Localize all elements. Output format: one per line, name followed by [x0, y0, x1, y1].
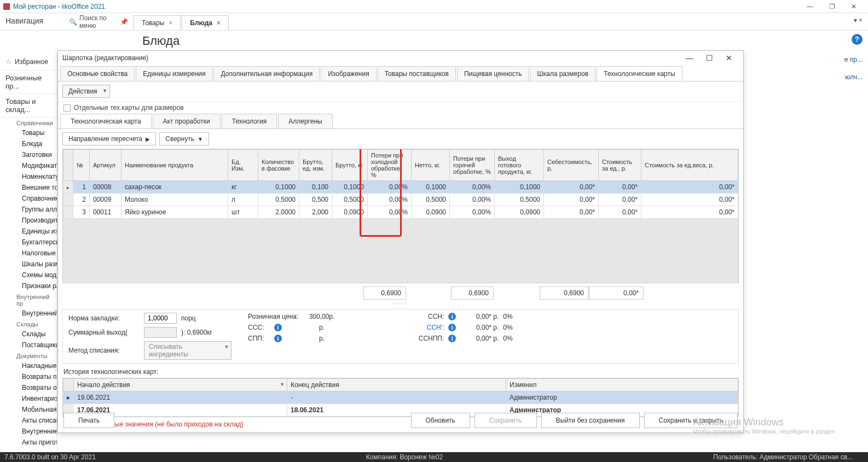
sidebar-item[interactable]: Акты пригот: [0, 437, 57, 448]
sidebar-item[interactable]: Схемы модиф: [0, 270, 57, 280]
ingredients-grid[interactable]: № Артикул Наименование продукта Ед. Изм.…: [62, 149, 739, 283]
save-close-button[interactable]: Сохранить и закрыть: [644, 413, 738, 428]
pin-icon[interactable]: 📌: [120, 18, 128, 26]
sidebar-item[interactable]: Блюда: [0, 138, 57, 149]
info-icon[interactable]: i: [448, 335, 456, 342]
print-button[interactable]: Печать: [63, 413, 114, 428]
col-output[interactable]: Выход готового продукта, кг.: [495, 150, 544, 181]
sidebar-item[interactable]: Накладные: [0, 360, 57, 371]
tab-goods[interactable]: Товары ×: [134, 15, 181, 30]
sidebar-item[interactable]: Инвентариза: [0, 393, 57, 404]
maximize-button[interactable]: ❐: [821, 1, 843, 12]
col-cold-loss[interactable]: Потери при холодной обработке, %: [368, 150, 412, 181]
info-icon[interactable]: i: [448, 324, 456, 331]
dialog-minimize[interactable]: —: [680, 54, 699, 62]
sidebar-section-goods[interactable]: Товары и склад...: [0, 94, 57, 118]
sidebar-item[interactable]: Склады: [0, 329, 57, 340]
collapse-button[interactable]: Свернуть▼: [159, 132, 209, 145]
col-per-unit[interactable]: Стоимость за ед., р.: [599, 150, 641, 181]
tab-menu-dropdown[interactable]: ▾ ×: [848, 13, 868, 30]
recalc-direction-button[interactable]: Направление пересчета▶: [62, 132, 156, 145]
sidebar-item[interactable]: Внутренний п: [0, 308, 57, 319]
info-icon[interactable]: i: [448, 313, 456, 320]
checkbox-icon: [63, 104, 71, 112]
sidebar-item[interactable]: Мобильная и: [0, 404, 57, 415]
exit-no-save-button[interactable]: Выйти без сохранения: [541, 413, 640, 428]
history-grid[interactable]: Начало действия▾ Конец действия Изменил …: [62, 378, 739, 417]
tab-suppliers[interactable]: Товары поставщиков: [378, 66, 456, 81]
table-row[interactable]: 200009Молокол 0,50000,5000,5000 0,00%0,5…: [63, 194, 738, 206]
sidebar-item[interactable]: Внешние тов: [0, 182, 57, 193]
hist-col-end[interactable]: Конец действия: [287, 379, 506, 391]
save-button[interactable]: Сохранить: [474, 413, 537, 428]
close-icon[interactable]: ×: [169, 19, 172, 27]
tab-sizes[interactable]: Шкала размеров: [530, 66, 595, 81]
dialog-maximize[interactable]: ☐: [699, 54, 719, 62]
sidebar-item[interactable]: Признаки рас: [0, 280, 57, 291]
sidebar-item[interactable]: Налоговые к: [0, 248, 57, 259]
info-icon[interactable]: i: [274, 335, 282, 342]
table-row[interactable]: 300011Яйко куриноешт 2,00002,0000,0900 0…: [63, 206, 738, 219]
sidebar-item[interactable]: Справочник в: [0, 193, 57, 204]
tab-nutrition[interactable]: Пищевая ценность: [457, 66, 529, 81]
method-combo[interactable]: Списывать ингредиенты: [144, 341, 232, 360]
col-qty[interactable]: Количество в фасовке: [258, 150, 299, 181]
favorites-button[interactable]: ☆Избранное: [0, 54, 57, 71]
tab-dishes[interactable]: Блюда ×: [182, 15, 229, 30]
sidebar-item[interactable]: Номенклатур: [0, 171, 57, 182]
norm-input[interactable]: [144, 313, 177, 324]
menu-search[interactable]: 🔍 Поиск по меню 📌: [66, 13, 131, 30]
tab-units[interactable]: Единицы измерения: [136, 66, 212, 81]
sidebar-item[interactable]: Группы алле: [0, 204, 57, 215]
col-article[interactable]: Артикул: [90, 150, 121, 181]
table-row[interactable]: ▸ 100008сахар-песоккг 0,10000,1000,1000 …: [63, 181, 738, 194]
sidebar-item[interactable]: Производите: [0, 215, 57, 226]
col-unit[interactable]: Ед. Изм.: [228, 150, 258, 181]
col-hot-loss[interactable]: Потери при горячей обработке, %: [450, 150, 495, 181]
hist-col-who[interactable]: Изменил: [506, 379, 738, 391]
help-icon[interactable]: ?: [852, 34, 863, 45]
sidebar-item[interactable]: Возвраты по: [0, 371, 57, 382]
dialog-close[interactable]: ✕: [719, 54, 739, 62]
info-icon[interactable]: i: [274, 324, 282, 331]
col-name[interactable]: Наименование продукта: [121, 150, 228, 181]
sidebar-item[interactable]: Модификато: [0, 160, 57, 171]
tab-label: Блюда: [190, 19, 212, 27]
sidebar-item[interactable]: Заготовки: [0, 149, 57, 160]
col-brut-kg[interactable]: Брутто, кг.: [332, 150, 368, 181]
separate-cards-checkbox[interactable]: Отдельные тех.карты для размеров: [58, 102, 743, 114]
refresh-button[interactable]: Обновить: [411, 413, 470, 428]
subtab-allergens[interactable]: Аллергены: [278, 114, 332, 128]
close-button[interactable]: ✕: [843, 1, 865, 12]
tab-basic[interactable]: Основные свойства: [60, 66, 135, 81]
tab-techcards[interactable]: Технологические карты: [597, 66, 682, 81]
sidebar-item[interactable]: Внутренние п: [0, 426, 57, 437]
sidebar-item[interactable]: Возвраты от: [0, 382, 57, 393]
col-brut-unit[interactable]: Брутто, ед. изм.: [299, 150, 332, 181]
sidebar-item[interactable]: Шкалы разме: [0, 259, 57, 270]
col-netto[interactable]: Нетто, кг.: [412, 150, 450, 181]
col-number[interactable]: №: [73, 150, 90, 181]
col-per-weight[interactable]: Стоимость за ед.веса, р.: [641, 150, 738, 181]
sidebar-item[interactable]: Единицы изм: [0, 226, 57, 237]
sidebar-item[interactable]: Акты списан: [0, 415, 57, 426]
close-icon[interactable]: ×: [217, 19, 221, 27]
col-cost[interactable]: Себестоимость, р.: [544, 150, 599, 181]
hist-col-start[interactable]: Начало действия▾: [74, 379, 287, 391]
sidebar-section-retail[interactable]: Розничные пр...: [0, 71, 57, 94]
tab-images[interactable]: Изображения: [321, 66, 376, 81]
subtab-akt[interactable]: Акт проработки: [153, 114, 221, 128]
sidebar-item[interactable]: Бухгалтерск: [0, 237, 57, 248]
history-row[interactable]: ▸19.06.2021-Администратор: [63, 391, 738, 404]
subtab-techcard[interactable]: Технологическая карта: [60, 114, 152, 128]
sidebar-item[interactable]: Поставщики: [0, 340, 57, 350]
subtab-tech[interactable]: Технология: [222, 114, 277, 128]
tab-additional[interactable]: Дополнительная информация: [213, 66, 320, 81]
chevron-down-icon[interactable]: ▾: [281, 381, 283, 387]
sidebar-category: Документы: [0, 350, 57, 360]
chevron-right-icon: ▶: [146, 136, 150, 142]
actions-dropdown[interactable]: Действия: [62, 85, 110, 98]
sum-input[interactable]: [144, 327, 177, 338]
minimize-button[interactable]: —: [799, 1, 821, 12]
sidebar-item[interactable]: Товары: [0, 127, 57, 138]
